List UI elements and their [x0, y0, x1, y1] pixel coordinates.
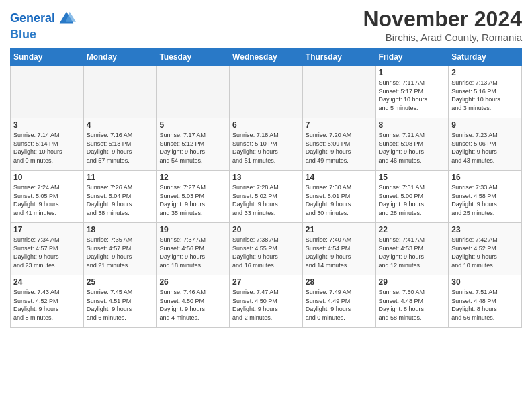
day-number: 4 — [87, 120, 154, 130]
day-info: Sunrise: 7:50 AM Sunset: 4:48 PM Dayligh… — [379, 288, 446, 322]
calendar-cell-w0-d3 — [230, 66, 303, 118]
day-number: 25 — [87, 277, 154, 287]
day-number: 2 — [451, 68, 519, 77]
calendar-cell-w0-d1 — [83, 66, 157, 118]
calendar-cell-w3-d3: 20Sunrise: 7:38 AM Sunset: 4:55 PM Dayli… — [230, 223, 303, 275]
day-number: 27 — [232, 277, 300, 287]
day-number: 17 — [13, 225, 81, 234]
day-number: 16 — [451, 173, 519, 182]
day-number: 29 — [379, 277, 446, 287]
day-info: Sunrise: 7:43 AM Sunset: 4:52 PM Dayligh… — [13, 288, 81, 322]
calendar-cell-w1-d1: 4Sunrise: 7:16 AM Sunset: 5:13 PM Daylig… — [83, 118, 157, 171]
week-row-2: 10Sunrise: 7:24 AM Sunset: 5:05 PM Dayli… — [11, 171, 522, 223]
weekday-header-row: Sunday Monday Tuesday Wednesday Thursday… — [11, 49, 522, 66]
day-info: Sunrise: 7:20 AM Sunset: 5:09 PM Dayligh… — [306, 131, 373, 165]
day-number: 14 — [306, 173, 373, 182]
day-info: Sunrise: 7:28 AM Sunset: 5:02 PM Dayligh… — [232, 183, 300, 217]
calendar-cell-w4-d3: 27Sunrise: 7:47 AM Sunset: 4:50 PM Dayli… — [230, 275, 303, 328]
calendar-cell-w1-d5: 8Sunrise: 7:21 AM Sunset: 5:08 PM Daylig… — [375, 118, 449, 171]
day-info: Sunrise: 7:14 AM Sunset: 5:14 PM Dayligh… — [13, 131, 81, 165]
day-number: 18 — [87, 225, 154, 234]
day-info: Sunrise: 7:27 AM Sunset: 5:03 PM Dayligh… — [159, 183, 226, 217]
week-row-0: 1Sunrise: 7:11 AM Sunset: 5:17 PM Daylig… — [11, 66, 522, 118]
day-number: 3 — [13, 120, 81, 130]
header-monday: Monday — [83, 49, 157, 66]
calendar-cell-w2-d6: 16Sunrise: 7:33 AM Sunset: 4:58 PM Dayli… — [449, 171, 522, 223]
calendar-cell-w1-d6: 9Sunrise: 7:23 AM Sunset: 5:06 PM Daylig… — [449, 118, 522, 171]
logo: General Blue — [10, 9, 76, 42]
calendar-table: Sunday Monday Tuesday Wednesday Thursday… — [10, 48, 522, 328]
day-number: 21 — [306, 225, 373, 234]
calendar-cell-w2-d1: 11Sunrise: 7:26 AM Sunset: 5:04 PM Dayli… — [83, 171, 157, 223]
logo-blue: Blue — [10, 28, 76, 42]
calendar-cell-w2-d5: 15Sunrise: 7:31 AM Sunset: 5:00 PM Dayli… — [375, 171, 449, 223]
calendar-cell-w2-d2: 12Sunrise: 7:27 AM Sunset: 5:03 PM Dayli… — [157, 171, 230, 223]
header: General Blue November 2024 Birchis, Arad… — [10, 7, 522, 43]
logo-icon — [57, 9, 76, 28]
month-title: November 2024 — [363, 7, 522, 32]
day-info: Sunrise: 7:17 AM Sunset: 5:12 PM Dayligh… — [159, 131, 226, 165]
day-number: 22 — [379, 225, 446, 234]
day-number: 28 — [306, 277, 373, 287]
header-tuesday: Tuesday — [157, 49, 230, 66]
day-info: Sunrise: 7:26 AM Sunset: 5:04 PM Dayligh… — [87, 183, 154, 217]
calendar-cell-w1-d3: 6Sunrise: 7:18 AM Sunset: 5:10 PM Daylig… — [230, 118, 303, 171]
day-number: 30 — [451, 277, 519, 287]
day-number: 8 — [379, 120, 446, 130]
day-number: 23 — [451, 225, 519, 234]
day-number: 9 — [451, 120, 519, 130]
day-number: 7 — [306, 120, 373, 130]
day-info: Sunrise: 7:18 AM Sunset: 5:10 PM Dayligh… — [232, 131, 300, 165]
calendar-cell-w3-d4: 21Sunrise: 7:40 AM Sunset: 4:54 PM Dayli… — [302, 223, 375, 275]
calendar-cell-w2-d4: 14Sunrise: 7:30 AM Sunset: 5:01 PM Dayli… — [302, 171, 375, 223]
calendar-cell-w3-d1: 18Sunrise: 7:35 AM Sunset: 4:57 PM Dayli… — [83, 223, 157, 275]
calendar-cell-w1-d2: 5Sunrise: 7:17 AM Sunset: 5:12 PM Daylig… — [157, 118, 230, 171]
calendar-cell-w4-d4: 28Sunrise: 7:49 AM Sunset: 4:49 PM Dayli… — [302, 275, 375, 328]
logo-text: General — [10, 12, 55, 26]
day-info: Sunrise: 7:24 AM Sunset: 5:05 PM Dayligh… — [13, 183, 81, 217]
page-container: General Blue November 2024 Birchis, Arad… — [0, 0, 532, 334]
header-saturday: Saturday — [449, 49, 522, 66]
week-row-1: 3Sunrise: 7:14 AM Sunset: 5:14 PM Daylig… — [11, 118, 522, 171]
day-info: Sunrise: 7:41 AM Sunset: 4:53 PM Dayligh… — [379, 236, 446, 269]
day-info: Sunrise: 7:46 AM Sunset: 4:50 PM Dayligh… — [159, 288, 226, 322]
calendar-cell-w0-d2 — [157, 66, 230, 118]
day-number: 19 — [159, 225, 226, 234]
day-number: 1 — [379, 68, 446, 77]
header-thursday: Thursday — [302, 49, 375, 66]
day-number: 11 — [87, 173, 154, 182]
calendar-cell-w0-d4 — [302, 66, 375, 118]
day-info: Sunrise: 7:38 AM Sunset: 4:55 PM Dayligh… — [232, 236, 300, 269]
day-info: Sunrise: 7:51 AM Sunset: 4:48 PM Dayligh… — [451, 288, 519, 322]
day-number: 13 — [232, 173, 300, 182]
calendar-cell-w3-d6: 23Sunrise: 7:42 AM Sunset: 4:52 PM Dayli… — [449, 223, 522, 275]
calendar-cell-w1-d4: 7Sunrise: 7:20 AM Sunset: 5:09 PM Daylig… — [302, 118, 375, 171]
calendar-cell-w0-d5: 1Sunrise: 7:11 AM Sunset: 5:17 PM Daylig… — [375, 66, 449, 118]
day-info: Sunrise: 7:40 AM Sunset: 4:54 PM Dayligh… — [306, 236, 373, 269]
day-info: Sunrise: 7:33 AM Sunset: 4:58 PM Dayligh… — [451, 183, 519, 217]
day-number: 20 — [232, 225, 300, 234]
header-wednesday: Wednesday — [230, 49, 303, 66]
day-info: Sunrise: 7:37 AM Sunset: 4:56 PM Dayligh… — [159, 236, 226, 269]
day-number: 5 — [159, 120, 226, 130]
day-info: Sunrise: 7:34 AM Sunset: 4:57 PM Dayligh… — [13, 236, 81, 269]
calendar-cell-w3-d5: 22Sunrise: 7:41 AM Sunset: 4:53 PM Dayli… — [375, 223, 449, 275]
calendar-cell-w3-d0: 17Sunrise: 7:34 AM Sunset: 4:57 PM Dayli… — [11, 223, 84, 275]
week-row-3: 17Sunrise: 7:34 AM Sunset: 4:57 PM Dayli… — [11, 223, 522, 275]
calendar-cell-w2-d3: 13Sunrise: 7:28 AM Sunset: 5:02 PM Dayli… — [230, 171, 303, 223]
day-info: Sunrise: 7:23 AM Sunset: 5:06 PM Dayligh… — [451, 131, 519, 165]
calendar-cell-w4-d5: 29Sunrise: 7:50 AM Sunset: 4:48 PM Dayli… — [375, 275, 449, 328]
day-info: Sunrise: 7:49 AM Sunset: 4:49 PM Dayligh… — [306, 288, 373, 322]
day-number: 15 — [379, 173, 446, 182]
day-number: 6 — [232, 120, 300, 130]
calendar-cell-w0-d0 — [11, 66, 84, 118]
day-info: Sunrise: 7:35 AM Sunset: 4:57 PM Dayligh… — [87, 236, 154, 269]
day-info: Sunrise: 7:21 AM Sunset: 5:08 PM Dayligh… — [379, 131, 446, 165]
calendar-cell-w2-d0: 10Sunrise: 7:24 AM Sunset: 5:05 PM Dayli… — [11, 171, 84, 223]
calendar-cell-w3-d2: 19Sunrise: 7:37 AM Sunset: 4:56 PM Dayli… — [157, 223, 230, 275]
day-info: Sunrise: 7:11 AM Sunset: 5:17 PM Dayligh… — [379, 79, 446, 112]
week-row-4: 24Sunrise: 7:43 AM Sunset: 4:52 PM Dayli… — [11, 275, 522, 328]
day-info: Sunrise: 7:47 AM Sunset: 4:50 PM Dayligh… — [232, 288, 300, 322]
day-info: Sunrise: 7:13 AM Sunset: 5:16 PM Dayligh… — [451, 79, 519, 112]
header-sunday: Sunday — [11, 49, 84, 66]
